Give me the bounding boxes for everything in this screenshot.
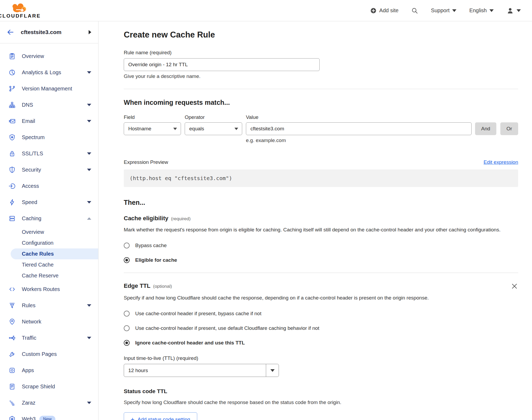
ttl-input-label: Input time-to-live (TTL) (required)	[124, 355, 518, 361]
cache-eligibility-description: Mark whether the request's response from…	[124, 226, 518, 234]
sidebar-item-spectrum[interactable]: Spectrum	[0, 129, 98, 145]
chevron-down-icon	[87, 169, 91, 171]
sidebar-item-zaraz[interactable]: Zaraz	[0, 395, 98, 411]
expression-preview-label: Expression Preview	[124, 159, 168, 165]
account-menu[interactable]	[506, 7, 521, 14]
top-header: CLOUDFLARE Add site Support English	[0, 0, 532, 21]
funnel-icon	[9, 302, 16, 309]
edge-ttl-option-default-radio[interactable]: Use cache-control header if present, use…	[124, 325, 518, 331]
login-arrow-icon	[9, 182, 16, 190]
sidebar-item-speed[interactable]: Speed	[0, 194, 98, 210]
sidebar-subitem-tiered-cache[interactable]: Tiered Cache	[0, 259, 98, 270]
operator-label: Operator	[185, 114, 246, 120]
support-menu[interactable]: Support	[431, 7, 456, 14]
add-status-code-setting-button[interactable]: + Add status code setting	[124, 412, 197, 420]
brand-wordmark: CLOUDFLARE	[0, 13, 41, 19]
sidebar-item-analytics-logs[interactable]: Analytics & Logs	[0, 64, 98, 81]
sidebar-item-version-management[interactable]: Version Management	[0, 81, 98, 97]
eligible-for-cache-radio[interactable]: Eligible for cache	[124, 257, 518, 263]
rule-name-input[interactable]	[124, 58, 320, 71]
optional-note: (optional)	[153, 284, 172, 289]
pie-chart-icon	[9, 69, 16, 76]
shield-asterisk-icon	[9, 134, 16, 141]
git-branch-icon	[9, 85, 16, 92]
edit-expression-link[interactable]: Edit expression	[484, 159, 518, 165]
hexagon-asterisk-icon	[9, 415, 16, 420]
chevron-down-icon	[234, 128, 238, 130]
code-brackets-icon	[9, 286, 16, 293]
zaraz-bars-icon	[9, 399, 16, 406]
radio-selected-icon[interactable]	[124, 340, 130, 346]
sidebar-subitem-cache-reserve[interactable]: Cache Reserve	[0, 270, 98, 281]
value-help: e.g. example.com	[246, 138, 518, 143]
or-button[interactable]: Or	[500, 122, 518, 135]
chevron-down-icon	[87, 104, 91, 106]
sidebar-subitem-caching-overview[interactable]: Overview	[0, 227, 98, 238]
radio-icon[interactable]	[124, 325, 130, 331]
sidebar-item-traffic[interactable]: Traffic	[0, 330, 98, 346]
sidebar-item-ssl-tls[interactable]: SSL/TLS	[0, 145, 98, 162]
new-badge: New	[39, 416, 55, 420]
sidebar-item-access[interactable]: Access	[0, 178, 98, 194]
sidebar-item-dns[interactable]: DNS	[0, 97, 98, 113]
sidebar-item-web3[interactable]: Web3 New	[0, 411, 98, 420]
app-square-icon	[9, 367, 16, 374]
chevron-down-icon	[87, 71, 91, 74]
sidebar-item-apps[interactable]: Apps	[0, 362, 98, 379]
sidebar-item-network[interactable]: Network	[0, 314, 98, 330]
sitemap-icon	[9, 101, 16, 109]
sidebar-item-email[interactable]: Email	[0, 113, 98, 129]
chevron-right-icon[interactable]	[89, 30, 91, 34]
chevron-down-icon	[489, 9, 494, 12]
chevron-down-icon	[452, 9, 456, 12]
expression-code: (http.host eq "cftestsite3.com")	[130, 175, 232, 181]
chevron-down-icon	[270, 369, 275, 372]
sidebar-subitem-cache-rules[interactable]: Cache Rules	[11, 248, 98, 259]
map-pin-icon	[9, 318, 16, 325]
sidebar-item-custom-pages[interactable]: Custom Pages	[0, 346, 98, 362]
lock-icon	[9, 150, 16, 157]
close-icon[interactable]	[511, 282, 518, 290]
chevron-down-icon	[87, 304, 91, 307]
dropdown-arrow-button[interactable]	[266, 364, 279, 377]
radio-icon[interactable]	[124, 243, 130, 248]
operator-select[interactable]: equals	[185, 122, 242, 135]
radio-selected-icon[interactable]	[124, 257, 130, 263]
section-divider	[124, 273, 518, 273]
edge-ttl-option-bypass-radio[interactable]: Use cache-control header if present, byp…	[124, 311, 518, 317]
ttl-select[interactable]: 12 hours	[124, 364, 279, 377]
cache-eligibility-heading: Cache eligibility	[124, 215, 168, 222]
add-site-button[interactable]: Add site	[370, 7, 398, 14]
edge-ttl-description: Specify if and how long Cloudflare shoul…	[124, 294, 447, 302]
rule-name-help: Give your rule a descriptive name.	[124, 73, 518, 79]
cloudflare-cloud-icon	[9, 2, 30, 13]
sidebar-item-workers-routes[interactable]: Workers Routes	[0, 281, 98, 297]
back-arrow-icon[interactable]	[6, 28, 14, 36]
bypass-cache-radio[interactable]: Bypass cache	[124, 243, 518, 248]
field-label: Field	[124, 114, 185, 120]
edge-ttl-option-ignore-radio[interactable]: Ignore cache-control header and use this…	[124, 340, 518, 346]
wrench-icon	[9, 351, 16, 358]
chevron-down-icon	[173, 128, 177, 130]
cloudflare-logo[interactable]: CLOUDFLARE	[5, 2, 34, 19]
value-input[interactable]	[246, 122, 472, 135]
and-button[interactable]: And	[475, 122, 496, 135]
rule-name-label: Rule name (required)	[124, 50, 518, 56]
sidebar-item-scrape-shield[interactable]: Scrape Shield	[0, 379, 98, 395]
search-icon[interactable]	[411, 7, 418, 14]
expression-preview-box: (http.host eq "cftestsite3.com")	[124, 169, 518, 187]
radio-icon[interactable]	[124, 311, 130, 317]
sidebar-item-rules[interactable]: Rules	[0, 297, 98, 314]
field-select[interactable]: Hostname	[124, 122, 181, 135]
sidebar-subitem-configuration[interactable]: Configuration	[0, 238, 98, 248]
chevron-down-icon	[87, 402, 91, 404]
language-menu[interactable]: English	[469, 7, 494, 14]
then-heading: Then...	[124, 199, 518, 206]
sidebar: cftestsite3.com Overview Analytics & Log…	[0, 21, 98, 420]
shield-icon	[9, 166, 16, 173]
sidebar-item-caching[interactable]: Caching	[0, 210, 98, 227]
user-icon	[506, 7, 514, 14]
match-heading: When incoming requests match...	[124, 99, 518, 106]
sidebar-item-security[interactable]: Security	[0, 162, 98, 178]
sidebar-item-overview[interactable]: Overview	[0, 48, 98, 64]
